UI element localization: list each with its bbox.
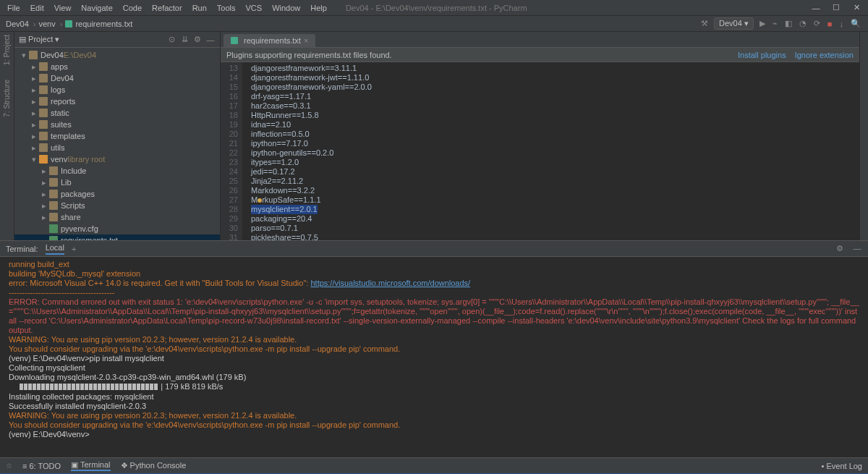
- gear-icon[interactable]: ⚙: [835, 244, 845, 253]
- arrow-icon[interactable]: ▸: [30, 143, 38, 153]
- terminal-tool-button[interactable]: ▣ Terminal: [71, 460, 110, 471]
- project-tree[interactable]: ▾Dev04 E:\Dev04▸apps▸Dev04▸logs▸reports▸…: [14, 48, 220, 240]
- tree-row-static[interactable]: ▸static: [14, 107, 220, 119]
- code-line[interactable]: ipython==7.17.0: [251, 139, 851, 148]
- tree-row-include[interactable]: ▸Include: [14, 165, 220, 177]
- menu-tools[interactable]: Tools: [213, 2, 240, 14]
- arrow-icon[interactable]: ▸: [41, 166, 48, 176]
- menu-help[interactable]: Help: [306, 2, 331, 14]
- menu-refactor[interactable]: Refactor: [148, 2, 187, 14]
- arrow-icon[interactable]: ▸: [30, 120, 38, 130]
- run-icon[interactable]: ▶: [758, 19, 767, 28]
- editor-tab[interactable]: requirements.txt ×: [224, 34, 315, 47]
- arrow-icon[interactable]: ▸: [41, 190, 48, 199]
- arrow-icon[interactable]: ▸: [30, 109, 38, 118]
- code-line[interactable]: parso==0.7.1: [251, 224, 851, 233]
- coverage-icon[interactable]: ◧: [783, 19, 793, 28]
- arrow-icon[interactable]: ▸: [30, 132, 38, 141]
- arrow-icon[interactable]: ▸: [41, 201, 48, 211]
- arrow-icon[interactable]: ▸: [30, 97, 38, 106]
- favorites-tool-button[interactable]: ☆: [6, 462, 12, 470]
- menu-file[interactable]: File: [3, 2, 25, 14]
- menu-run[interactable]: Run: [188, 2, 211, 14]
- code-line[interactable]: djangorestframework-jwt==1.11.0: [251, 73, 851, 82]
- menu-code[interactable]: Code: [119, 2, 146, 14]
- code-area[interactable]: djangorestframework==3.11.1djangorestfra…: [242, 62, 859, 240]
- code-line[interactable]: packaging==20.4: [251, 214, 851, 224]
- code-body[interactable]: 13141516171819202122232425262728293031 d…: [221, 62, 859, 240]
- maximize-icon[interactable]: ☐: [827, 2, 845, 14]
- code-line[interactable]: itypes==1.2.0: [251, 158, 851, 167]
- add-terminal-button[interactable]: +: [72, 245, 76, 253]
- run-config-select[interactable]: Dev04 ▾: [714, 17, 754, 30]
- code-line[interactable]: Markdown==3.2.2: [251, 186, 851, 195]
- tree-row-templates[interactable]: ▸templates: [14, 130, 220, 142]
- minimize-icon[interactable]: —: [807, 2, 825, 14]
- breadcrumb-project[interactable]: Dev04: [6, 20, 29, 28]
- arrow-icon[interactable]: ▾: [20, 51, 27, 60]
- event-log-button[interactable]: • Event Log: [822, 462, 862, 470]
- arrow-icon[interactable]: ▸: [30, 74, 38, 83]
- install-plugins-link[interactable]: Install plugins: [738, 51, 786, 59]
- target-icon[interactable]: ⊙: [166, 35, 176, 44]
- code-line[interactable]: HttpRunner==1.5.8: [251, 111, 851, 120]
- code-line[interactable]: Jinja2==2.11.2: [251, 177, 851, 186]
- tree-row-apps[interactable]: ▸apps: [14, 61, 220, 72]
- python-console-button[interactable]: ❖ Python Console: [121, 461, 187, 470]
- close-icon[interactable]: ✕: [848, 2, 865, 14]
- code-line[interactable]: inflection==0.5.0: [251, 130, 851, 139]
- terminal-tab-local[interactable]: Local: [46, 243, 64, 255]
- close-icon[interactable]: ×: [304, 36, 308, 45]
- tree-row-logs[interactable]: ▸logs: [14, 84, 220, 96]
- tree-row-suites[interactable]: ▸suites: [14, 119, 220, 130]
- search-icon[interactable]: 🔍: [849, 19, 862, 28]
- tree-row-dev04[interactable]: ▾Dev04 E:\Dev04: [14, 49, 220, 61]
- build-icon[interactable]: ⚒: [699, 19, 710, 28]
- hide-icon[interactable]: —: [205, 35, 216, 44]
- code-line[interactable]: jedi==0.17.2: [251, 167, 851, 177]
- tree-row-lib[interactable]: ▸Lib: [14, 177, 220, 188]
- menu-vcs[interactable]: VCS: [242, 2, 267, 14]
- tree-row-pyvenv-cfg[interactable]: pyvenv.cfg: [14, 223, 220, 234]
- arrow-icon[interactable]: ▾: [30, 155, 38, 164]
- code-line[interactable]: djangorestframework-yaml==2.0.0: [251, 82, 851, 92]
- collapse-icon[interactable]: ⇊: [179, 35, 190, 44]
- breadcrumb-file[interactable]: requirements.txt: [75, 20, 132, 28]
- vs-download-link[interactable]: https://visualstudio.microsoft.com/downl…: [310, 279, 470, 287]
- code-line[interactable]: mysqlclient==2.0.1: [251, 205, 851, 214]
- tree-row-scripts[interactable]: ▸Scripts: [14, 200, 220, 211]
- hide-icon[interactable]: —: [852, 244, 862, 253]
- arrow-icon[interactable]: ▸: [41, 213, 48, 222]
- arrow-icon[interactable]: ▸: [41, 178, 48, 187]
- menu-window[interactable]: Window: [268, 2, 305, 14]
- tree-row-packages[interactable]: ▸packages: [14, 188, 220, 200]
- menu-view[interactable]: View: [50, 2, 76, 14]
- code-line[interactable]: pickleshare==0.7.5: [251, 233, 851, 240]
- tree-row-dev04[interactable]: ▸Dev04: [14, 72, 220, 84]
- debug-icon[interactable]: ⌁: [771, 19, 779, 28]
- arrow-icon[interactable]: ▸: [30, 85, 38, 95]
- tree-row-venv[interactable]: ▾venv library root: [14, 153, 220, 165]
- gear-icon[interactable]: ⚙: [192, 35, 203, 44]
- tree-row-share[interactable]: ▸share: [14, 211, 220, 223]
- breadcrumb-folder[interactable]: venv: [38, 20, 55, 28]
- profile-icon[interactable]: ◔: [798, 19, 808, 28]
- attach-icon[interactable]: ⟳: [812, 19, 822, 28]
- tree-row-requirements-txt[interactable]: requirements.txt: [14, 234, 220, 240]
- menu-navigate[interactable]: Navigate: [77, 2, 116, 14]
- tree-row-utils[interactable]: ▸utils: [14, 142, 220, 153]
- code-line[interactable]: har2case==0.3.1: [251, 101, 851, 111]
- arrow-icon[interactable]: ▸: [30, 62, 38, 72]
- menu-edit[interactable]: Edit: [26, 2, 48, 14]
- code-line[interactable]: ipython-genutils==0.2.0: [251, 148, 851, 158]
- update-icon[interactable]: ↓: [838, 20, 846, 28]
- terminal-output[interactable]: running build_ext building 'MySQLdb._mys…: [0, 257, 868, 457]
- code-line[interactable]: MrkupSafe==1.1.1: [251, 195, 851, 205]
- stop-icon[interactable]: ■: [826, 20, 834, 28]
- tree-row-reports[interactable]: ▸reports: [14, 96, 220, 107]
- terminal-prompt[interactable]: (venv) E:\Dev04\venv>: [9, 430, 859, 439]
- code-line[interactable]: djangorestframework==3.11.1: [251, 64, 851, 73]
- ignore-extension-link[interactable]: Ignore extension: [795, 51, 854, 59]
- structure-tool-button[interactable]: 7: Structure: [3, 80, 11, 117]
- code-line[interactable]: idna==2.10: [251, 120, 851, 130]
